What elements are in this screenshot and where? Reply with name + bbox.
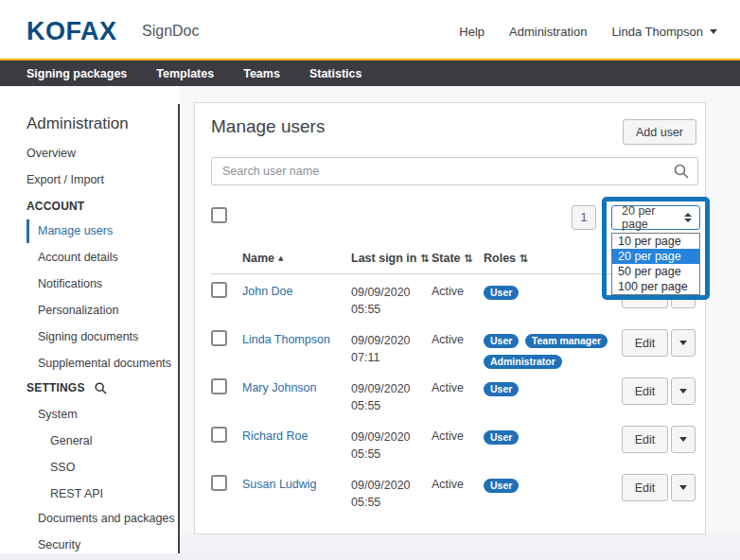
sign-in-time: 05:55 bbox=[351, 494, 411, 511]
user-name-link[interactable]: Mary Johnson bbox=[242, 381, 317, 394]
main-nav: Signing packages Templates Teams Statist… bbox=[0, 59, 740, 86]
sign-in-time: 07:11 bbox=[351, 349, 411, 366]
sidebar-item-overview[interactable]: Overview bbox=[26, 147, 76, 160]
sidebar-item-security[interactable]: Security bbox=[38, 538, 80, 551]
administration-link[interactable]: Administration bbox=[509, 25, 587, 39]
table-row: Richard Roe 09/09/2020 05:55 Active User… bbox=[195, 424, 707, 472]
search-icon[interactable] bbox=[674, 164, 689, 183]
settings-search-icon[interactable] bbox=[95, 382, 107, 394]
user-name-link[interactable]: Richard Roe bbox=[242, 429, 308, 443]
dropdown-option-100-per-page[interactable]: 100 per page bbox=[612, 279, 699, 294]
dropdown-option-10-per-page[interactable]: 10 per page bbox=[612, 234, 699, 249]
manage-users-panel: Manage users Add user 1 20 per page 10 p… bbox=[194, 102, 706, 534]
nav-item-signing-packages[interactable]: Signing packages bbox=[26, 67, 127, 80]
role-badge: Administrator bbox=[484, 355, 562, 369]
search-input[interactable] bbox=[211, 157, 698, 185]
dropdown-option-50-per-page[interactable]: 50 per page bbox=[612, 264, 699, 279]
sidebar: Administration Overview Export / Import … bbox=[0, 86, 178, 553]
roles-cell: User bbox=[484, 476, 627, 497]
sidebar-item-sso[interactable]: SSO bbox=[50, 461, 75, 474]
user-name-link[interactable]: John Doe bbox=[242, 285, 293, 298]
caret-down-icon bbox=[679, 485, 687, 490]
edit-dropdown-button[interactable] bbox=[671, 474, 696, 501]
sidebar-item-rest-api[interactable]: REST API bbox=[50, 487, 103, 500]
caret-down-icon bbox=[710, 29, 717, 34]
state-cell: Active bbox=[432, 381, 464, 394]
bottom-strip bbox=[0, 553, 740, 560]
sidebar-section-account: ACCOUNT bbox=[26, 200, 84, 213]
help-link[interactable]: Help bbox=[459, 25, 485, 39]
select-all-checkbox[interactable] bbox=[211, 207, 227, 223]
sign-in-date: 09/09/2020 bbox=[351, 380, 411, 397]
sign-in-date: 09/09/2020 bbox=[351, 332, 411, 349]
edit-button-group: Edit bbox=[622, 426, 696, 453]
last-sign-in-cell: 09/09/2020 05:55 bbox=[351, 284, 411, 318]
sign-in-date: 09/09/2020 bbox=[351, 284, 411, 301]
page-size-value: 20 per page bbox=[612, 204, 684, 231]
nav-item-teams[interactable]: Teams bbox=[243, 67, 280, 80]
sidebar-item-general[interactable]: General bbox=[50, 434, 92, 447]
row-checkbox[interactable] bbox=[211, 475, 227, 491]
user-name-link[interactable]: Linda Thompson bbox=[242, 333, 330, 346]
active-item-indicator bbox=[26, 219, 29, 243]
sidebar-item-export-import[interactable]: Export / Import bbox=[26, 173, 104, 186]
column-header-name[interactable]: Name▲ bbox=[242, 252, 283, 265]
edit-dropdown-button[interactable] bbox=[671, 426, 696, 453]
edit-button-group: Edit bbox=[622, 474, 696, 501]
sort-both-icon: ⇅ bbox=[520, 253, 528, 265]
edit-dropdown-button[interactable] bbox=[671, 329, 696, 357]
nav-item-statistics[interactable]: Statistics bbox=[309, 67, 362, 80]
user-name: Linda Thompson bbox=[611, 25, 703, 39]
add-user-button[interactable]: Add user bbox=[623, 119, 696, 145]
row-checkbox[interactable] bbox=[211, 282, 227, 298]
row-checkbox[interactable] bbox=[211, 427, 227, 443]
edit-button[interactable]: Edit bbox=[622, 329, 668, 357]
sort-ascending-icon: ▲ bbox=[278, 254, 283, 262]
sidebar-item-supplemental-documents[interactable]: Supplemental documents bbox=[38, 357, 171, 370]
product-name: SignDoc bbox=[142, 23, 199, 40]
select-spinner-icon bbox=[684, 213, 692, 222]
sidebar-section-account-label: ACCOUNT bbox=[26, 200, 84, 213]
edit-button[interactable]: Edit bbox=[622, 426, 668, 453]
sidebar-section-settings: SETTINGS bbox=[26, 381, 107, 394]
column-header-state[interactable]: State⇅ bbox=[432, 252, 473, 265]
column-header-name-label: Name bbox=[242, 252, 274, 265]
sidebar-item-account-details[interactable]: Account details bbox=[38, 251, 118, 264]
edit-button-group: Edit bbox=[622, 329, 696, 357]
sidebar-item-notifications[interactable]: Notifications bbox=[38, 277, 102, 290]
column-header-last-sign-in-label: Last sign in bbox=[351, 252, 416, 265]
last-sign-in-cell: 09/09/2020 05:55 bbox=[351, 429, 411, 463]
sidebar-divider bbox=[178, 104, 180, 553]
sidebar-item-system[interactable]: System bbox=[38, 408, 78, 421]
search-field bbox=[211, 157, 698, 185]
edit-button[interactable]: Edit bbox=[622, 377, 668, 405]
nav-item-templates[interactable]: Templates bbox=[156, 67, 214, 80]
row-checkbox[interactable] bbox=[211, 330, 227, 346]
row-checkbox[interactable] bbox=[211, 378, 227, 394]
kofax-logo: KOFAX bbox=[26, 17, 117, 46]
sidebar-section-settings-label: SETTINGS bbox=[26, 381, 85, 394]
user-menu[interactable]: Linda Thompson bbox=[611, 25, 717, 39]
role-badge: User bbox=[484, 479, 519, 493]
sidebar-item-documents-and-packages[interactable]: Documents and packages bbox=[38, 512, 175, 525]
sign-in-date: 09/09/2020 bbox=[351, 429, 411, 446]
sidebar-item-manage-users[interactable]: Manage users bbox=[38, 224, 113, 237]
column-header-roles[interactable]: Roles⇅ bbox=[484, 252, 528, 265]
sign-in-time: 05:55 bbox=[351, 301, 411, 318]
edit-dropdown-button[interactable] bbox=[671, 377, 696, 405]
column-header-roles-label: Roles bbox=[484, 252, 516, 265]
sidebar-item-signing-documents[interactable]: Signing documents bbox=[38, 330, 138, 343]
dropdown-option-20-per-page[interactable]: 20 per page bbox=[612, 249, 699, 264]
column-header-last-sign-in[interactable]: Last sign in⇅ bbox=[351, 252, 430, 265]
user-name-link[interactable]: Susan Ludwig bbox=[242, 478, 317, 491]
sign-in-date: 09/09/2020 bbox=[351, 477, 411, 494]
page-button-1[interactable]: 1 bbox=[572, 205, 596, 230]
edit-button[interactable]: Edit bbox=[622, 474, 668, 501]
table-row: Mary Johnson 09/09/2020 05:55 Active Use… bbox=[195, 376, 707, 424]
edit-button-group: Edit bbox=[622, 377, 696, 405]
sign-in-time: 05:55 bbox=[351, 446, 411, 463]
page-title: Manage users bbox=[211, 116, 325, 137]
sidebar-item-personalization[interactable]: Personalization bbox=[38, 304, 118, 317]
sign-in-time: 05:55 bbox=[351, 397, 411, 414]
page-size-select[interactable]: 20 per page bbox=[611, 205, 700, 230]
